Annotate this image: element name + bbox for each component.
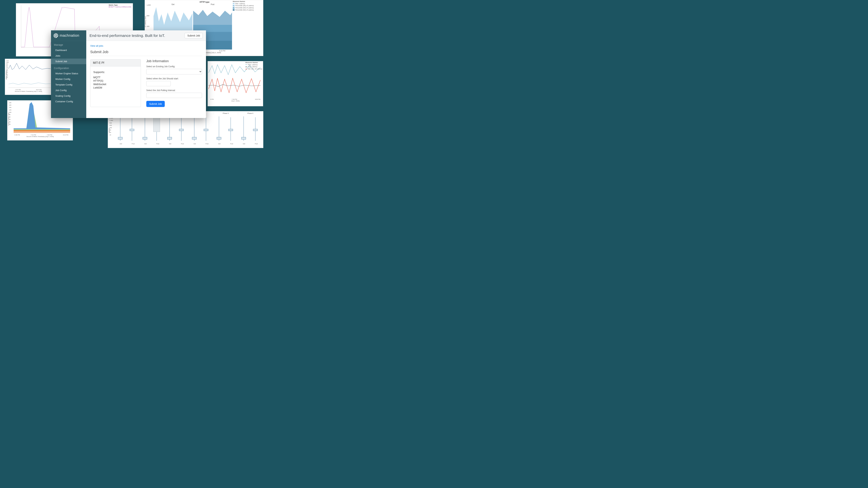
content: View all jobs Submit Job MIT-E Pf Suppor… xyxy=(86,41,206,118)
brand: machnation xyxy=(51,30,86,41)
svg-rect-26 xyxy=(167,137,172,139)
protocols-card: MIT-E Pf Supports: MQTT HTTP(S) WebSocke… xyxy=(90,59,141,107)
svg-rect-32 xyxy=(204,129,208,131)
sidebar-item-container-config[interactable]: Container Config xyxy=(51,99,86,104)
brand-logo-icon xyxy=(54,33,58,38)
svg-marker-12 xyxy=(13,130,70,131)
protocol-item: MQTT xyxy=(93,76,138,79)
view-all-jobs-link[interactable]: View all jobs xyxy=(90,44,103,47)
sidebar-item-scaling-config[interactable]: Scaling Config xyxy=(51,93,86,99)
svg-rect-17 xyxy=(118,137,122,139)
sidebar-item-worker-engine-status[interactable]: Worker Engine Status xyxy=(51,71,86,76)
svg-rect-21 xyxy=(143,137,147,139)
job-info-panel: Job Information Select an Existing Job C… xyxy=(146,59,202,107)
svg-rect-30 xyxy=(192,137,196,139)
polling-interval-label: Select the Job Polling Interval: xyxy=(146,89,202,92)
job-info-heading: Job Information xyxy=(146,59,202,63)
bg-chart-avglatency: Avg. Latency 7:57 PM8:07 PM Second of Me… xyxy=(5,59,52,95)
sidebar: machnation Manage Dashboard Jobs Submit … xyxy=(51,30,86,118)
sidebar-item-job-config[interactable]: Job Config xyxy=(51,88,86,93)
sidebar-item-worker-config[interactable]: Worker Config xyxy=(51,76,86,82)
sidebar-section-configuration: Configuration xyxy=(51,64,86,71)
svg-rect-38 xyxy=(241,137,246,139)
start-time-label: Select when the Job Should start: xyxy=(146,77,202,80)
protocol-item: HTTP(S) xyxy=(93,79,138,83)
sidebar-section-manage: Manage xyxy=(51,41,86,47)
bg-chart-latency-lines: Measure Names Max. Latency Avg. Latency … xyxy=(208,61,263,106)
legend: Metric Type ■ MQTT Latency (milliseconds… xyxy=(109,4,131,8)
sidebar-item-submit-job[interactable]: Submit Job xyxy=(51,59,86,64)
submit-job-button[interactable]: Submit Job xyxy=(146,101,165,107)
svg-rect-34 xyxy=(217,137,221,139)
polling-interval-input[interactable] xyxy=(146,93,202,98)
protocol-item: WebSocket xyxy=(93,83,138,86)
headline: End-to-end performance testing. Built fo… xyxy=(90,33,165,38)
card-title: MIT-E Pf xyxy=(90,60,141,66)
start-time-input[interactable] xyxy=(146,81,171,86)
legend: Measure Names Max. Latency Percentile (9… xyxy=(233,1,262,11)
svg-rect-19 xyxy=(130,129,134,131)
legend: Measure Names Max. Latency Avg. Latency … xyxy=(245,62,262,70)
submit-job-button-top[interactable]: Submit Job xyxy=(185,33,203,38)
svg-marker-11 xyxy=(13,131,70,133)
svg-rect-40 xyxy=(253,129,257,131)
sidebar-item-template-config[interactable]: Template Config xyxy=(51,82,86,88)
supports-heading: Supports: xyxy=(93,70,138,73)
app-window: machnation Manage Dashboard Jobs Submit … xyxy=(51,30,206,118)
sidebar-item-dashboard[interactable]: Dashboard xyxy=(51,47,86,53)
existing-config-label: Select an Existing Job Config: xyxy=(146,65,202,68)
main-area: End-to-end performance testing. Built fo… xyxy=(86,30,206,118)
brand-name: machnation xyxy=(60,33,79,38)
page-title: Submit Job xyxy=(90,50,202,54)
topbar: End-to-end performance testing. Built fo… xyxy=(86,30,206,41)
existing-config-select[interactable] xyxy=(146,69,202,74)
svg-rect-28 xyxy=(179,129,184,131)
protocol-item: LwM2M xyxy=(93,86,138,90)
svg-rect-36 xyxy=(228,129,233,131)
sidebar-item-jobs[interactable]: Jobs xyxy=(51,53,86,59)
